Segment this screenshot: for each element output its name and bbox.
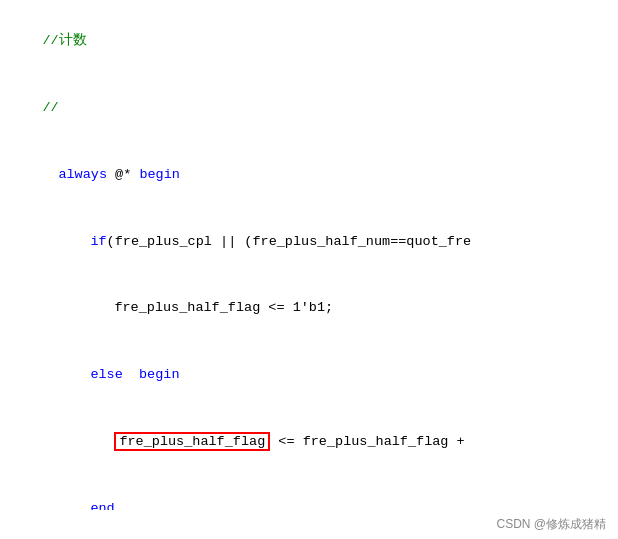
code-line-8: end: [0, 476, 618, 510]
comment-1: //计数: [42, 33, 86, 48]
footer-watermark: CSDN @修炼成猪精: [496, 516, 606, 533]
keyword-begin-2: begin: [139, 367, 180, 382]
code-text-4: (fre_plus_cpl || (fre_plus_half_num==quo…: [107, 234, 472, 249]
keyword-end-1: end: [90, 501, 114, 510]
code-line-6: else begin: [0, 342, 618, 409]
code-text-3: @*: [107, 167, 139, 182]
code-space-6: [123, 367, 139, 382]
keyword-else-1: else: [90, 367, 122, 382]
highlight-box-1: fre_plus_half_flag: [114, 432, 270, 451]
code-line-3: always @* begin: [0, 142, 618, 209]
code-text-7: <= fre_plus_half_flag +: [270, 434, 464, 449]
code-line-5: fre_plus_half_flag <= 1'b1;: [0, 275, 618, 342]
code-line-7: fre_plus_half_flag <= fre_plus_half_flag…: [0, 409, 618, 476]
comment-2: //: [42, 100, 58, 115]
highlighted-signal-1: fre_plus_half_flag: [119, 434, 265, 449]
code-line-2: //: [0, 75, 618, 142]
footer-text: CSDN @修炼成猪精: [496, 517, 606, 531]
code-block: //计数 // always @* begin if(fre_plus_cpl …: [0, 0, 618, 510]
code-line-1: //计数: [0, 8, 618, 75]
keyword-if-1: if: [90, 234, 106, 249]
code-line-4: if(fre_plus_cpl || (fre_plus_half_num==q…: [0, 208, 618, 275]
keyword-always-1: always: [58, 167, 107, 182]
code-text-5: fre_plus_half_flag <= 1'b1;: [114, 300, 333, 315]
keyword-begin-1: begin: [139, 167, 180, 182]
